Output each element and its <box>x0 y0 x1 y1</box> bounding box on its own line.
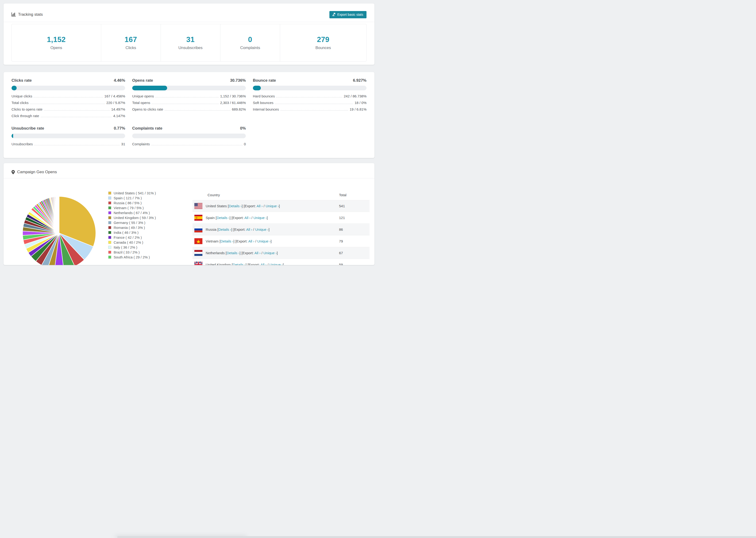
detail-value: 2,303 / 61.446% <box>220 101 246 105</box>
tracking-stats-title: Tracking stats <box>12 12 43 17</box>
legend-label: France ( 42 / 2% ) <box>114 236 142 240</box>
geo-table-header: Country Total <box>192 190 369 200</box>
dotted-leader <box>280 110 348 111</box>
rate-value: 30.736% <box>230 78 246 83</box>
rate-progress-track <box>12 134 125 138</box>
rate-progress-fill <box>12 86 17 90</box>
export-basic-stats-button[interactable]: Export basic stats <box>329 11 367 18</box>
total-cell: 86 <box>339 228 369 232</box>
rates-card: Clicks rate4.46%Unique clicks167 / 4.456… <box>4 72 374 158</box>
rate-title-row: Unsubscribe rate0.77% <box>12 126 125 131</box>
export-all-link[interactable]: All › <box>260 263 266 265</box>
legend-label: Spain ( 121 / 7% ) <box>114 196 142 200</box>
country-row-text: Spain [Details ›] [Export: All › / Uniqu… <box>206 216 268 220</box>
rate-progress-track <box>12 86 125 90</box>
export-unique-link[interactable]: Unique › <box>253 216 267 220</box>
stat-cell-bounces: 279Bounces <box>280 24 366 61</box>
details-link[interactable]: Details › <box>217 216 230 220</box>
detail-label: Total clicks <box>12 101 28 105</box>
country-cell: United States [Details ›] [Export: All ›… <box>192 203 339 209</box>
export-unique-link[interactable]: Unique › <box>263 251 277 255</box>
stat-cell-complaints: 0Complaints <box>220 24 280 61</box>
rate-detail-row: Click through rate4.147% <box>12 114 125 120</box>
legend-item-italy: Italy ( 36 / 2% ) <box>108 245 156 250</box>
export-all-link[interactable]: All › <box>257 204 263 208</box>
detail-value: 242 / 86.738% <box>344 94 366 98</box>
detail-label: Soft bounces <box>253 101 274 105</box>
stat-value: 1,152 <box>47 35 66 44</box>
rate-block-clicks-rate: Clicks rate4.46%Unique clicks167 / 4.456… <box>12 78 125 120</box>
detail-label: Complaints <box>132 142 150 146</box>
legend-swatch <box>108 236 111 239</box>
details-link[interactable]: Details › <box>233 263 245 265</box>
detail-value: 0 <box>244 142 246 146</box>
slash: / <box>263 204 266 208</box>
legend-swatch <box>108 211 111 214</box>
legend-item-india: India ( 46 / 3% ) <box>108 230 156 235</box>
legend-swatch <box>108 251 111 254</box>
legend-swatch <box>108 191 111 194</box>
detail-label: Clicks to opens rate <box>12 107 42 111</box>
export-unique-link[interactable]: Unique › <box>257 239 271 243</box>
rate-title-row: Clicks rate4.46% <box>12 78 125 83</box>
flag-gb-icon <box>194 262 202 265</box>
bracket: ] <box>277 251 278 255</box>
export-all-link[interactable]: All › <box>254 251 261 255</box>
rate-block-complaints-rate: Complaints rate0%Complaints0 <box>132 126 246 149</box>
rate-detail-row: Internal bounces19 / 6.81% <box>253 107 366 114</box>
export-label: [Export: <box>235 239 248 243</box>
details-link[interactable]: Details › <box>229 204 242 208</box>
rate-detail-row: Total opens2,303 / 61.446% <box>132 101 246 107</box>
legend-item-russia: Russia ( 86 / 5% ) <box>108 200 156 205</box>
geo-body: United States ( 541 / 31% )Spain ( 121 /… <box>4 178 374 262</box>
details-link[interactable]: Details › <box>220 239 233 243</box>
details-link[interactable]: Details › <box>218 228 231 232</box>
total-cell: 121 <box>339 216 369 220</box>
rate-progress-fill <box>253 86 261 90</box>
rate-title-row: Opens rate30.736% <box>132 78 246 83</box>
rate-detail-row: Opens to clicks rate689.82% <box>132 107 246 114</box>
export-unique-link[interactable]: Unique › <box>270 263 283 265</box>
stat-label: Opens <box>50 45 62 50</box>
legend-item-canada: Canada ( 40 / 2% ) <box>108 240 156 245</box>
rate-title: Opens rate <box>132 78 153 83</box>
bracket: ] <box>230 216 232 220</box>
detail-label: Unique clicks <box>12 94 32 98</box>
export-all-link[interactable]: All › <box>244 216 250 220</box>
legend-item-france: France ( 42 / 2% ) <box>108 235 156 240</box>
legend-item-netherlands: Netherlands ( 67 / 4% ) <box>108 210 156 215</box>
country-cell: Vietnam [Details ›] [Export: All › / Uni… <box>192 238 339 244</box>
export-label: [Export: <box>244 204 257 208</box>
slash: / <box>260 251 263 255</box>
dotted-leader <box>165 110 231 111</box>
detail-label: Hard bounces <box>253 94 275 98</box>
geo-opens-pie-chart <box>22 195 97 265</box>
legend-label: Brazil ( 33 / 2% ) <box>114 250 140 254</box>
total-cell: 67 <box>339 251 369 255</box>
export-unique-link[interactable]: Unique › <box>266 204 279 208</box>
table-row-es: Spain [Details ›] [Export: All › / Uniqu… <box>192 212 369 224</box>
export-unique-link[interactable]: Unique › <box>255 228 269 232</box>
bar-chart-icon <box>12 13 16 17</box>
total-cell: 59 <box>339 263 369 265</box>
tracking-stats-card: Tracking stats Export basic stats 1,152O… <box>4 4 374 65</box>
legend-item-germany: Germany ( 55 / 3% ) <box>108 220 156 225</box>
export-all-link[interactable]: All › <box>248 239 254 243</box>
dotted-leader <box>151 145 243 145</box>
country-name: Spain <box>206 216 216 220</box>
stat-label: Bounces <box>315 45 331 50</box>
rate-block-unsubscribe-rate: Unsubscribe rate0.77%Unsubscribes31 <box>12 126 125 149</box>
pie-slice[interactable] <box>59 196 59 233</box>
rate-progress-track <box>132 86 246 90</box>
slash: / <box>254 239 257 243</box>
detail-label: Opens to clicks rate <box>132 107 163 111</box>
detail-value: 19 / 6.81% <box>350 107 366 111</box>
legend-label: Russia ( 86 / 5% ) <box>114 201 141 205</box>
export-all-link[interactable]: All › <box>246 228 252 232</box>
rate-value: 0.77% <box>114 126 125 131</box>
rate-detail-row: Unique clicks167 / 4.456% <box>12 94 125 101</box>
details-link[interactable]: Details › <box>227 251 240 255</box>
rate-detail-row: Clicks to opens rate14.497% <box>12 107 125 114</box>
dotted-leader <box>276 97 342 97</box>
total-cell: 541 <box>339 204 369 208</box>
